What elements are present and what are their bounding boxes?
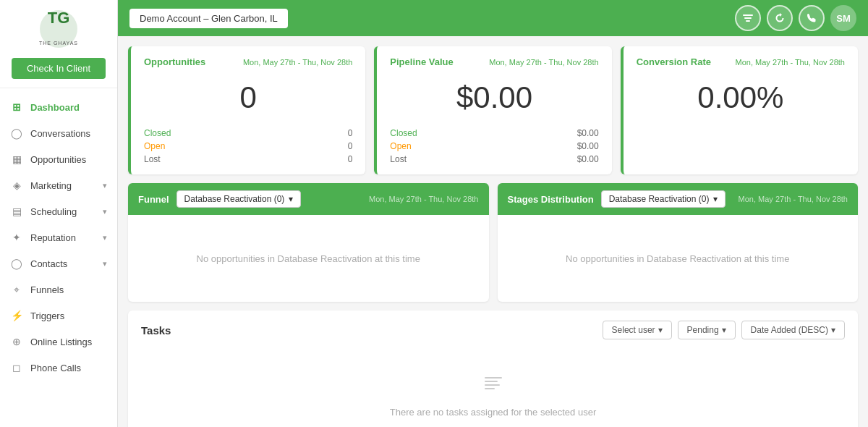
conversion-card-header: Conversion Rate Mon, May 27th - Thu, Nov… [637,56,845,67]
sidebar-item-reputation[interactable]: ✦ Reputation ▾ [0,224,117,250]
opportunities-title: Opportunities [144,56,205,67]
refresh-icon [774,12,786,24]
sidebar-item-opportunities[interactable]: ▦ Opportunities [0,146,117,172]
funnel-dropdown-value: Database Reactivation (0) [184,194,285,204]
funnel-header: Funnel Database Reactivation (0) ▾ Mon, … [128,183,489,215]
tasks-empty-area: There are no tasks assigned for the sele… [141,350,845,427]
opportunities-breakdown: Closed 0 Open 0 Lost 0 [144,128,352,164]
chevron-down-icon: ▾ [831,325,835,335]
sidebar-item-label: Scheduling [30,206,77,217]
pending-filter[interactable]: Pending ▾ [678,321,736,339]
svg-rect-4 [744,17,752,19]
sidebar-item-label: Online Listings [30,337,92,347]
chevron-down-icon: ▾ [658,325,663,335]
filter-icon-button[interactable] [735,5,761,31]
check-in-button[interactable]: Check In Client [12,58,106,79]
brand-logo: TG THE GHAYAS [30,9,88,52]
pipeline-open-label: Open [390,141,411,151]
conversion-title: Conversion Rate [637,56,711,67]
pipeline-open-row: Open $0.00 [390,141,598,151]
date-added-filter[interactable]: Date Added (DESC) ▾ [741,321,845,339]
conversion-date: Mon, May 27th - Thu, Nov 28th [736,58,845,67]
closed-label: Closed [144,128,171,138]
opportunities-icon: ▦ [10,153,23,166]
pending-label: Pending [687,325,719,335]
phone-icon-button[interactable] [799,5,825,31]
funnel-date: Mon, May 27th - Thu, Nov 28th [369,195,478,203]
sidebar-item-contacts[interactable]: ◯ Contacts ▾ [0,250,117,276]
refresh-icon-button[interactable] [767,5,793,31]
pipeline-lost-label: Lost [390,154,407,164]
tasks-title: Tasks [141,324,171,337]
conversations-icon: ◯ [10,127,23,140]
sidebar-item-scheduling[interactable]: ▤ Scheduling ▾ [0,198,117,224]
sidebar-item-label: Marketing [30,180,72,191]
svg-rect-8 [485,384,500,386]
pipeline-closed-label: Closed [390,128,417,138]
sidebar-item-online-listings[interactable]: ⊕ Online Listings [0,329,117,355]
main-area: Demo Account – Glen Carbon, IL SM [118,0,868,427]
opportunities-date: Mon, May 27th - Thu, Nov 28th [243,58,352,67]
stages-header: Stages Distribution Database Reactivatio… [498,183,859,215]
account-badge[interactable]: Demo Account – Glen Carbon, IL [129,9,288,28]
chevron-down-icon: ▾ [103,233,107,242]
select-user-label: Select user [612,325,655,335]
triggers-icon: ⚡ [10,309,23,322]
pipeline-title: Pipeline Value [390,56,453,67]
stages-card: Stages Distribution Database Reactivatio… [498,183,859,302]
dashboard-content: Opportunities Mon, May 27th - Thu, Nov 2… [118,36,868,427]
select-user-filter[interactable]: Select user ▾ [603,321,672,339]
sidebar-item-funnels[interactable]: ⌖ Funnels [0,276,117,303]
sidebar-nav: ⊞ Dashboard ◯ Conversations ▦ Opportunit… [0,88,117,427]
logo-area: TG THE GHAYAS Check In Client [0,0,117,88]
sidebar-item-label: Triggers [30,310,64,321]
tasks-empty-text: There are no tasks assigned for the sele… [390,407,596,418]
lost-label: Lost [144,154,161,164]
stat-row-closed: Closed 0 [144,128,352,138]
chevron-down-icon: ▾ [289,194,293,204]
stat-row-open: Open 0 [144,141,352,151]
sidebar-item-label: Phone Calls [30,363,81,373]
funnel-dropdown[interactable]: Database Reactivation (0) ▾ [176,190,302,208]
tasks-card: Tasks Select user ▾ Pending ▾ Date Added… [128,310,858,427]
marketing-icon: ◈ [10,179,23,192]
user-avatar[interactable]: SM [830,5,856,31]
tasks-filters: Select user ▾ Pending ▾ Date Added (DESC… [603,321,845,339]
sidebar-item-conversations[interactable]: ◯ Conversations [0,120,117,146]
stat-row-lost: Lost 0 [144,154,352,164]
funnels-icon: ⌖ [10,283,23,296]
phone-icon [806,12,817,24]
stages-dropdown[interactable]: Database Reactivation (0) ▾ [601,190,726,208]
pipeline-closed-value: $0.00 [577,128,599,138]
stages-label: Stages Distribution [508,194,594,205]
funnel-label: Funnel [138,194,169,205]
open-value: 0 [348,141,353,151]
sidebar-item-marketing[interactable]: ◈ Marketing ▾ [0,172,117,198]
tasks-header: Tasks Select user ▾ Pending ▾ Date Added… [141,321,845,339]
pipeline-breakdown: Closed $0.00 Open $0.00 Lost $0.00 [390,128,598,164]
pipeline-lost-row: Lost $0.00 [390,154,598,164]
tasks-empty-icon [482,371,505,399]
topbar-actions: SM [735,5,856,31]
svg-text:THE GHAYAS: THE GHAYAS [39,41,78,46]
sidebar-item-dashboard[interactable]: ⊞ Dashboard [0,94,117,120]
svg-text:TG: TG [48,9,70,27]
stages-dropdown-value: Database Reactivation (0) [609,194,710,204]
svg-rect-7 [485,381,498,382]
conversion-rate-card: Conversion Rate Mon, May 27th - Thu, Nov… [621,46,858,174]
sidebar: TG THE GHAYAS Check In Client ⊞ Dashboar… [0,0,118,427]
stages-header-left: Stages Distribution Database Reactivatio… [508,190,726,208]
contacts-icon: ◯ [10,257,23,270]
stats-row: Opportunities Mon, May 27th - Thu, Nov 2… [128,46,858,174]
dashboard-icon: ⊞ [10,101,23,114]
pipeline-value-card: Pipeline Value Mon, May 27th - Thu, Nov … [374,46,611,174]
funnel-header-left: Funnel Database Reactivation (0) ▾ [138,190,301,208]
sidebar-item-label: Conversations [30,128,90,139]
chevron-down-icon: ▾ [103,259,107,269]
online-listings-icon: ⊕ [10,335,23,348]
sidebar-item-phone-calls[interactable]: ◻ Phone Calls [0,355,117,381]
sidebar-item-triggers[interactable]: ⚡ Triggers [0,303,117,329]
sidebar-item-label: Contacts [30,258,67,269]
svg-rect-3 [743,14,753,16]
lost-value: 0 [348,154,353,164]
